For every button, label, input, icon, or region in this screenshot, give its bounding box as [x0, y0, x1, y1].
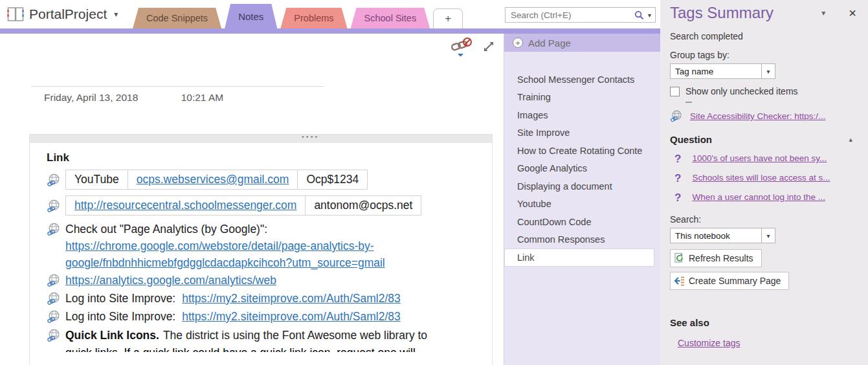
note-text: Log into Site Improve:	[65, 308, 175, 325]
email-link[interactable]: ocps.webservices@gmail.com	[137, 173, 289, 186]
tags-summary-panel: Tags Summary ▾ × Search completed Group …	[660, 0, 868, 365]
question-tag-icon: ?	[674, 192, 681, 203]
tab-notes[interactable]: Notes	[225, 4, 277, 28]
webstore-link-line1[interactable]: https://chrome.google.com/webstore/detai…	[65, 239, 374, 252]
group-by-label: Group tags by:	[670, 50, 868, 60]
page-list-item[interactable]: Site Improve	[504, 124, 660, 142]
page-list-item[interactable]: Youtube	[504, 195, 660, 214]
drag-handle-dots: ••••	[302, 134, 319, 140]
globe-link-icon	[47, 327, 65, 344]
panel-title: Tags Summary	[670, 4, 773, 22]
note-text: The district is using the Font Awesome w…	[163, 327, 427, 344]
note-container: •••• Link YouTu	[29, 134, 493, 365]
chevron-down-icon[interactable]: ▾	[761, 228, 775, 243]
search-status: Search completed	[670, 31, 868, 41]
notebook-dropdown-icon: ▾	[114, 10, 118, 19]
add-section-button[interactable]: +	[433, 8, 463, 28]
section-tabs: Code Snippets Notes Problems School Site…	[133, 0, 463, 28]
chevron-up-icon[interactable]: ▴	[849, 135, 852, 144]
tag-result-row: Site Accessibility Checker: https:/...	[670, 109, 868, 123]
group-by-value: Tag name	[670, 63, 761, 79]
panel-close-icon[interactable]: ×	[849, 6, 856, 19]
page-list-item[interactable]: CountDown Code	[504, 213, 660, 231]
tab-code-snippets[interactable]: Code Snippets	[133, 8, 221, 28]
search-input[interactable]	[506, 10, 634, 20]
question-group-header[interactable]: Question ▴	[670, 134, 868, 145]
see-also-heading: See also	[670, 317, 868, 328]
tag-result-row: ? Schools sites will lose access at s...	[670, 173, 868, 184]
note-row: https://analytics.google.com/analytics/w…	[47, 272, 492, 289]
note-text: Check out "Page Analytics (by Google)":	[65, 221, 385, 238]
analytics-link[interactable]: https://analytics.google.com/analytics/w…	[65, 272, 276, 289]
url-link[interactable]: http://resourcecentral.schoolmessenger.c…	[74, 199, 296, 212]
note-text: Log into Site Improve:	[65, 290, 175, 307]
table-cell: http://resourcecentral.schoolmessenger.c…	[66, 196, 306, 216]
search-icon[interactable]	[634, 10, 644, 20]
credentials-table: YouTube ocps.webservices@gmail.com Ocp$1…	[65, 170, 368, 190]
tag-result-row: ? When a user cannot log into the ...	[670, 192, 868, 203]
page-date-time: Friday, April 13, 2018 10:21 AM	[44, 92, 223, 104]
table-cell: ocps.webservices@gmail.com	[128, 170, 298, 190]
tab-problems[interactable]: Problems	[280, 8, 347, 28]
page-list-item[interactable]: Images	[504, 106, 660, 124]
globe-link-icon	[47, 221, 65, 271]
page-list-item[interactable]: Displaying a document	[504, 177, 660, 195]
page-list-item[interactable]: School Messenger Contacts	[504, 71, 660, 89]
panel-dropdown-icon[interactable]: ▾	[821, 8, 825, 17]
globe-link-icon	[670, 109, 684, 123]
siteimprove-link[interactable]: https://my2.siteimprove.com/Auth/Saml2/8…	[182, 308, 401, 325]
page-list: School Messenger Contacts Training Image…	[504, 71, 660, 267]
search-box: ▾	[505, 7, 656, 23]
page-list-item[interactable]: How to Create Rotating Conte	[504, 142, 660, 160]
chevron-down-icon[interactable]: ▾	[761, 63, 775, 79]
note-heading: Link	[47, 151, 492, 164]
search-options-dropdown-icon[interactable]: ▾	[648, 12, 651, 19]
note-row: Quick Link Icons. The district is using …	[47, 327, 492, 344]
notebook-name: PortalProject	[29, 6, 107, 22]
section-accent-bar	[0, 28, 660, 34]
checkbox-label: Show only unchecked items	[685, 86, 798, 96]
note-row: Log into Site Improve: https://my2.sitei…	[47, 290, 492, 307]
refresh-icon	[674, 252, 685, 264]
unlink-button[interactable]	[449, 37, 474, 60]
tab-label: School Sites	[364, 13, 417, 23]
unlink-dropdown-icon	[458, 54, 463, 57]
page-canvas: Friday, April 13, 2018 10:21 AM •••• Lin…	[0, 34, 504, 365]
question-tag-icon: ?	[674, 153, 681, 164]
note-row: YouTube ocps.webservices@gmail.com Ocp$1…	[47, 170, 492, 190]
question-group-title: Question	[670, 134, 712, 145]
refresh-results-button[interactable]: Refresh Results	[670, 249, 762, 267]
accessibility-checker-link[interactable]: Site Accessibility Checker: https:/...	[690, 111, 825, 121]
group-by-select[interactable]: Tag name ▾	[670, 63, 775, 79]
expand-button[interactable]	[482, 40, 495, 56]
unlink-icon	[449, 37, 474, 58]
search-scope-select[interactable]: This notebook ▾	[670, 228, 775, 243]
checkbox-icon[interactable]	[670, 87, 680, 96]
note-drag-handle[interactable]: ••••	[30, 135, 492, 143]
note-body: Link YouTube ocps.web	[30, 143, 492, 352]
question-link[interactable]: When a user cannot log into the ...	[692, 192, 825, 202]
webstore-link-line2[interactable]: google/fnbdnhhicmebfgdgglcdacdapkcihcoh?…	[65, 256, 385, 269]
siteimprove-link[interactable]: https://my2.siteimprove.com/Auth/Saml2/8…	[182, 290, 401, 307]
notebook-switcher[interactable]: PortalProject ▾	[6, 6, 118, 23]
table-cell: Ocp$1234	[298, 170, 368, 190]
page-list-item[interactable]: Training	[504, 89, 660, 107]
add-page-button[interactable]: + Add Page	[504, 34, 660, 52]
page-list-item[interactable]: Common Responses	[504, 231, 660, 249]
search-scope-label: Search:	[670, 214, 868, 225]
globe-link-icon	[47, 272, 65, 289]
note-text-bold: Quick Link Icons.	[65, 327, 159, 344]
notebook-icon	[6, 6, 25, 23]
customize-tags-link[interactable]: Customize tags	[678, 338, 740, 348]
page-list-item[interactable]: Google Analytics	[504, 160, 660, 178]
tab-school-sites[interactable]: School Sites	[351, 8, 430, 28]
create-summary-page-button[interactable]: Create Summary Page	[670, 272, 789, 290]
credentials-table: http://resourcecentral.schoolmessenger.c…	[65, 195, 421, 216]
page-list-panel: + Add Page School Messenger Contacts Tra…	[504, 34, 660, 365]
tag-result-row: ? 1000's of users have not been sy...	[670, 153, 868, 164]
show-unchecked-checkbox[interactable]: Show only unchecked items	[670, 86, 868, 96]
question-link[interactable]: Schools sites will lose access at s...	[692, 173, 830, 182]
tab-label: Problems	[294, 13, 333, 23]
question-link[interactable]: 1000's of users have not been sy...	[692, 153, 827, 163]
page-list-item[interactable]: Link	[504, 249, 654, 267]
